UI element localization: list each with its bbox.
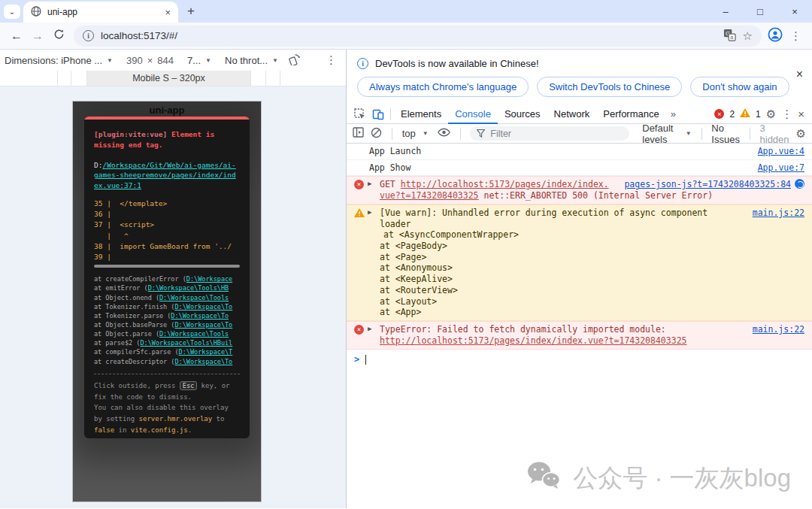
error-count-icon[interactable]: × (714, 109, 724, 119)
toggle-device-toolbar-icon[interactable] (369, 108, 387, 120)
source-link[interactable]: pages-json-js?t=1743208403325:84 (624, 179, 791, 189)
zoom-caret-icon: ▼ (205, 57, 211, 64)
throttle-caret-icon: ▼ (272, 57, 278, 64)
infobar-info-icon: i (357, 58, 368, 69)
more-tabs-icon[interactable]: » (666, 108, 680, 120)
tab-elements[interactable]: Elements (394, 105, 448, 124)
app-nav-title: uni-app (73, 105, 261, 116)
console-settings-icon[interactable]: ⚙ (796, 127, 806, 141)
new-tab-button[interactable]: + (187, 4, 195, 19)
tab-network[interactable]: Network (547, 105, 597, 124)
vite-error-overlay[interactable]: [plugin:vite:vue] Element is missing end… (84, 117, 250, 438)
emulated-viewport: uni-app [plugin:vite:vue] Element is mis… (0, 86, 346, 508)
warning-count-icon[interactable] (740, 108, 750, 120)
source-link[interactable]: App.vue:4 (758, 146, 804, 157)
expand-caret-icon[interactable]: ▶ (368, 208, 371, 217)
console-log-row[interactable]: App.vue:7 App Show (347, 160, 812, 177)
dont-show-again-button[interactable]: Don't show again (690, 77, 789, 97)
profile-avatar[interactable] (768, 27, 783, 45)
source-link[interactable]: main.js:22 (753, 208, 804, 219)
tab-title: uni-app (47, 7, 77, 17)
stack-link[interactable]: D:\Workspace\Tools (159, 330, 229, 338)
stack-link[interactable]: D:\Workspace\To (174, 321, 232, 329)
match-language-button[interactable]: Always match Chrome's language (357, 77, 529, 97)
url-text[interactable]: localhost:5173/#/ (101, 30, 177, 41)
stack-link[interactable]: D:\Workspace\T (179, 348, 233, 356)
viewport-width-input[interactable]: 390 (126, 55, 143, 66)
overlay-file-link[interactable]: /Workspace/Git/Web/ai-games/ai-games-she… (94, 161, 236, 190)
site-info-icon[interactable]: i (83, 30, 94, 41)
stack-link[interactable]: D:\Workspace\To (171, 312, 229, 320)
console-filter-input[interactable]: Filter (470, 126, 629, 141)
dimensions-caret-icon: ▼ (107, 57, 113, 64)
hidden-messages-count[interactable]: 3 hidden (760, 123, 789, 145)
stack-link[interactable]: D:\Workspace\To (174, 303, 232, 311)
funnel-icon (477, 129, 485, 138)
address-bar[interactable]: i localhost:5173/#/ Ga ☆ (74, 26, 762, 47)
emulated-device-screen[interactable]: uni-app [plugin:vite:vue] Element is mis… (73, 101, 261, 501)
media-query-segment-mobile-s[interactable]: Mobile S – 320px (86, 71, 250, 86)
tab-performance[interactable]: Performance (596, 105, 665, 124)
expand-caret-icon[interactable]: ▶ (368, 180, 371, 189)
inspect-element-icon[interactable] (351, 108, 369, 120)
devtools-close-icon[interactable]: × (798, 108, 804, 120)
rotate-device-icon[interactable] (289, 53, 301, 68)
stack-link[interactable]: D:\Workspace (186, 275, 232, 283)
forward-button[interactable]: → (27, 29, 48, 43)
expand-caret-icon[interactable]: ▶ (368, 325, 371, 334)
window-minimize-button[interactable]: – (708, 6, 743, 17)
overlay-code-frame: 35 | </template> 36 | 37 | <script> | ^ … (94, 198, 240, 263)
browser-tab[interactable]: uni-app × (23, 2, 178, 23)
tab-console[interactable]: Console (448, 105, 498, 124)
context-selector[interactable]: top (402, 128, 416, 139)
devtools-menu-icon[interactable]: ⋮ (781, 108, 792, 121)
stack-link[interactable]: D:\Workspace\To (174, 358, 232, 365)
overlay-file: D:/Workspace/Git/Web/ai-games/ai-games-s… (94, 160, 240, 191)
tab-sources[interactable]: Sources (498, 105, 547, 124)
error-text: GET (380, 179, 401, 189)
tab-search-button[interactable]: ⌄ (4, 5, 20, 19)
error-count[interactable]: 2 (729, 109, 735, 120)
log-levels-select[interactable]: Default levels (642, 123, 679, 145)
device-toolbar-menu-icon[interactable]: ⋮ (326, 53, 341, 67)
watermark-text: 公众号 · 一灰灰blog (573, 462, 791, 495)
warning-count[interactable]: 1 (756, 109, 761, 120)
code-frame-scrollbar[interactable] (94, 265, 240, 268)
devtools-settings-icon[interactable]: ⚙ (766, 108, 776, 121)
issues-link[interactable]: No Issues (711, 123, 740, 145)
overlay-plugin-label: [plugin:vite:vue] (94, 130, 167, 138)
console-error-row[interactable]: × ▶ main.js:22 TypeError: Failed to fetc… (347, 321, 812, 349)
clear-console-icon[interactable] (371, 127, 382, 141)
source-link[interactable]: main.js:22 (753, 324, 804, 335)
device-emulation-pane: Dimensions: iPhone ... ▼ 390 × 844 7... … (0, 50, 347, 508)
overlay-stack-trace: at createCompilerError (D:\Workspace at … (94, 274, 240, 365)
zoom-select[interactable]: 7... (187, 55, 201, 66)
reload-button[interactable] (48, 29, 69, 43)
console-warning-row[interactable]: ▶ main.js:22 [Vue warn]: Unhandled error… (347, 205, 812, 321)
console-prompt[interactable]: > (347, 350, 812, 370)
stack-link[interactable]: D:\Workspace\Tools\HBuil (140, 339, 232, 347)
window-close-button[interactable]: × (777, 6, 812, 17)
stack-link[interactable]: D:\Workspace\Tools (159, 294, 229, 301)
infobar-close-icon[interactable]: × (796, 68, 803, 81)
window-maximize-button[interactable]: □ (743, 6, 777, 17)
bookmark-star-icon[interactable]: ☆ (743, 29, 753, 43)
switch-chinese-button[interactable]: Switch DevTools to Chinese (537, 77, 682, 97)
console-error-row[interactable]: × ▶ pages-json-js?t=1743208403325:84 GET… (347, 176, 812, 204)
back-button[interactable]: ← (6, 29, 27, 43)
browser-menu-icon[interactable]: ⋮ (786, 29, 806, 43)
source-link[interactable]: App.vue:7 (758, 162, 804, 174)
viewport-height-input[interactable]: 844 (157, 55, 174, 66)
error-url-link[interactable]: http://localhost:5173/pages/index/index.… (380, 335, 687, 346)
overlay-divider (94, 374, 240, 374)
throttle-select[interactable]: No throt... (225, 55, 268, 66)
request-initiator-icon[interactable] (795, 179, 804, 189)
tab-close-icon[interactable]: × (165, 7, 171, 18)
console-sidebar-icon[interactable] (353, 127, 364, 140)
console-log-row[interactable]: App.vue:4 App Launch (347, 144, 812, 160)
stack-link[interactable]: D:\Workspace\Tools\HB (148, 284, 229, 292)
translate-icon[interactable]: Ga (723, 29, 736, 44)
live-expression-eye-icon[interactable] (438, 128, 450, 139)
dimensions-select[interactable]: Dimensions: iPhone ... (5, 55, 102, 66)
overlay-message: [plugin:vite:vue] Element is missing end… (94, 129, 240, 151)
